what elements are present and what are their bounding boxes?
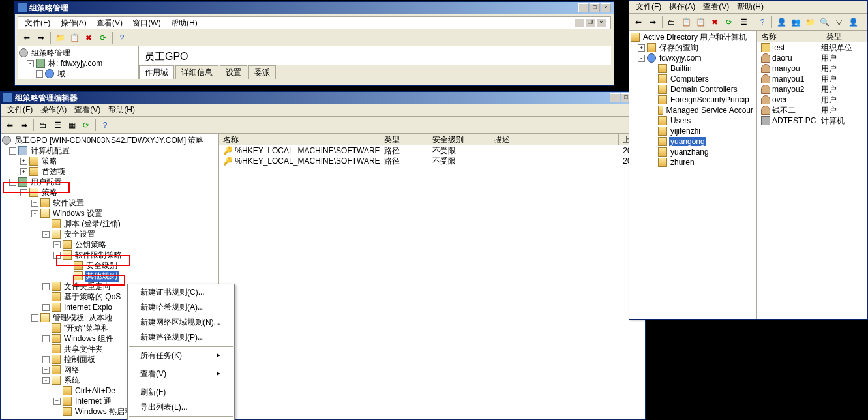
menu-action[interactable]: 操作(A) — [665, 0, 699, 14]
tab-delegation[interactable]: 委派 — [248, 65, 276, 79]
delete-button[interactable]: ✖ — [708, 16, 721, 29]
menu-file[interactable]: 文件(F) — [21, 17, 54, 29]
ad-ou-item[interactable]: Users — [631, 115, 755, 126]
expand-toggle[interactable]: + — [42, 356, 50, 363]
up-button[interactable]: 🗀 — [665, 16, 678, 29]
expand-toggle[interactable]: - — [27, 60, 34, 67]
tree-forest[interactable]: -林: fdwxyjy.com — [19, 58, 136, 68]
forward-button[interactable]: ➡ — [646, 16, 659, 29]
ad-list[interactable]: 名称 类型 test组织单位daoru用户manyou用户manyou1用户ma… — [757, 31, 867, 319]
gpo-tabs[interactable]: 作用域 详细信息 设置 委派 — [139, 65, 611, 79]
close-button[interactable]: × — [601, 3, 611, 12]
ctx-all-tasks[interactable]: 所有任务(K) — [128, 348, 233, 363]
list-row[interactable]: over用户 — [757, 95, 867, 105]
expand-toggle[interactable]: + — [42, 335, 50, 342]
list-row[interactable]: daoru用户 — [757, 53, 867, 63]
ad-list-header[interactable]: 名称 类型 — [757, 31, 867, 42]
menu-view[interactable]: 查看(V) — [699, 0, 733, 14]
ctx-export-list[interactable]: 导出列表(L)... — [128, 400, 233, 415]
menu-file[interactable]: 文件(F) — [3, 103, 37, 117]
ad-ou-item[interactable]: yuanzhang — [631, 147, 755, 157]
tree-windows-settings[interactable]: -Windows 设置 — [2, 208, 217, 218]
tree-root[interactable]: 员工GPO [WIN-CDN0N03NS42.FDWXYJY.COM] 策略 — [2, 135, 217, 145]
tab-details[interactable]: 详细信息 — [175, 65, 218, 79]
help-button[interactable]: ? — [756, 16, 769, 29]
expand-toggle[interactable]: + — [20, 168, 27, 175]
member-button[interactable]: 👤 — [846, 16, 860, 29]
gpe-titlebar[interactable]: 组策略管理编辑器 _ □ × — [1, 92, 645, 104]
gpm-window[interactable]: 组策略管理 _ □ × 文件(F) 操作(A) 查看(V) 窗口(W) 帮助(H… — [14, 1, 614, 86]
list-row[interactable]: 钱不二用户 — [757, 105, 867, 115]
expand-toggle[interactable]: + — [42, 304, 50, 311]
filter-button[interactable]: ▽ — [832, 16, 845, 29]
col-name[interactable]: 名称 — [219, 134, 380, 145]
ad-saved-queries[interactable]: +保存的查询 — [631, 42, 755, 53]
gpe-menubar[interactable]: 文件(F) 操作(A) 查看(V) 帮助(H) — [1, 104, 645, 117]
collapse-toggle[interactable]: - — [42, 231, 50, 238]
find-button[interactable]: 🔍 — [818, 16, 831, 29]
tree-policies[interactable]: +策略 — [2, 156, 217, 166]
ad-ou-item[interactable]: Computers — [631, 74, 755, 84]
tab-settings[interactable]: 设置 — [220, 65, 247, 79]
list-row[interactable]: 🔑 %HKEY_LOCAL_MACHINE\SOFTWARE\Micro...路… — [219, 156, 645, 166]
menu-window[interactable]: 窗口(W) — [128, 17, 164, 29]
ad-toolbar[interactable]: ⬅ ➡ 🗀 📋 📋 ✖ ⟳ ☰ ? 👤 👥 📁 🔍 ▽ 👤 — [629, 14, 867, 31]
menu-file[interactable]: 文件(F) — [632, 0, 665, 14]
new-user-button[interactable]: 👤 — [775, 16, 788, 29]
ctx-new-cert-rule[interactable]: 新建证书规则(C)... — [128, 285, 233, 300]
ctx-new-network-rule[interactable]: 新建网络区域规则(N)... — [128, 315, 233, 330]
ad-ou-item[interactable]: yijifenzhi — [631, 126, 755, 136]
ad-menubar[interactable]: 文件(F) 操作(A) 查看(V) 帮助(H) — [629, 1, 867, 14]
gpe-list[interactable]: 名称 类型 安全级别 描述 上 🔑 %HKEY_LOCAL_MACHINE\SO… — [219, 134, 645, 419]
col-desc[interactable]: 描述 — [490, 134, 620, 145]
tab-scope[interactable]: 作用域 — [139, 65, 174, 79]
delete-button[interactable]: ✖ — [82, 31, 95, 44]
list-row[interactable]: manyou2用户 — [757, 84, 867, 95]
up-button[interactable]: 🗀 — [37, 119, 50, 132]
gpm-menubar[interactable]: 文件(F) 操作(A) 查看(V) 窗口(W) 帮助(H) _ ❐ × — [18, 16, 611, 29]
tree-other-rules[interactable]: 其他规则 — [2, 271, 217, 281]
collapse-toggle[interactable]: - — [42, 377, 50, 384]
tree-computer-config[interactable]: -计算机配置 — [2, 145, 217, 156]
collapse-toggle[interactable]: - — [9, 179, 16, 186]
gpe-toolbar[interactable]: ⬅ ➡ 🗀 ☰ ▦ ⟳ ? — [1, 117, 645, 134]
tree-scripts[interactable]: 脚本 (登录/注销) — [2, 218, 217, 229]
forward-button[interactable]: ➡ — [35, 31, 48, 44]
child-minimize[interactable]: _ — [574, 18, 584, 27]
expand-toggle[interactable]: + — [20, 158, 27, 165]
ad-tree[interactable]: Active Directory 用户和计算机 +保存的查询 -fdwxyjy.… — [629, 31, 757, 319]
col-type[interactable]: 类型 — [822, 31, 861, 42]
expand-toggle[interactable]: + — [53, 241, 61, 248]
expand-toggle[interactable]: + — [42, 283, 50, 290]
tree-domains[interactable]: -域 — [19, 68, 136, 79]
tree-software-restriction[interactable]: -软件限制策略 — [2, 250, 217, 260]
detail-button[interactable]: ▦ — [65, 119, 78, 132]
menu-action[interactable]: 操作(A) — [57, 17, 91, 29]
ctx-refresh[interactable]: 刷新(F) — [128, 385, 233, 400]
ad-root[interactable]: Active Directory 用户和计算机 — [631, 32, 755, 42]
col-name[interactable]: 名称 — [757, 31, 822, 42]
collapse-toggle[interactable]: - — [31, 314, 38, 322]
list-row[interactable]: 🔑 %HKEY_LOCAL_MACHINE\SOFTWARE\Micro...路… — [219, 145, 645, 156]
ad-ou-item[interactable]: yuangong — [631, 136, 755, 147]
help-button[interactable]: ? — [115, 31, 128, 44]
tree-pubkey[interactable]: +公钥策略 — [2, 239, 217, 250]
collapse-toggle[interactable]: - — [9, 147, 16, 155]
menu-view[interactable]: 查看(V) — [93, 17, 127, 29]
expand-toggle[interactable]: - — [36, 70, 43, 78]
menu-help[interactable]: 帮助(H) — [104, 103, 139, 117]
list-row[interactable]: ADTEST-PC计算机 — [757, 115, 867, 126]
ad-ou-item[interactable]: Domain Controllers — [631, 84, 755, 95]
list-row[interactable]: manyou1用户 — [757, 74, 867, 84]
collapse-toggle[interactable]: - — [31, 210, 38, 217]
gpm-titlebar[interactable]: 组策略管理 _ □ × — [15, 2, 614, 14]
maximize-button[interactable]: □ — [590, 3, 600, 12]
context-menu[interactable]: 新建证书规则(C)... 新建哈希规则(A)... 新建网络区域规则(N)...… — [127, 284, 235, 420]
tree-preferences[interactable]: +首选项 — [2, 166, 217, 177]
ctx-new-path-rule[interactable]: 新建路径规则(P)... — [128, 330, 233, 345]
tree-security-level[interactable]: 安全级别 — [2, 260, 217, 271]
minimize-button[interactable]: _ — [578, 3, 589, 12]
new-group-button[interactable]: 👥 — [789, 16, 802, 29]
up-button[interactable]: 📁 — [53, 31, 67, 44]
cut-button[interactable]: 📋 — [680, 16, 693, 29]
